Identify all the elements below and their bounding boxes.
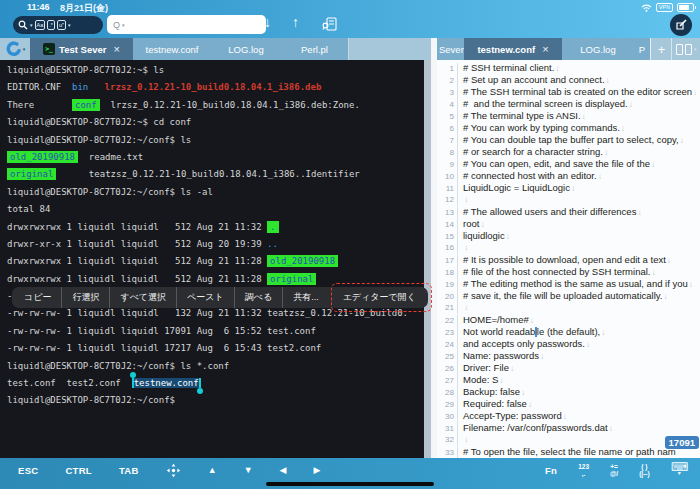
keyboard-accessory-bar: ESC CTRL TAB ▲ ▼ ◀ ▶ Fn 123 ,. += @/ — [0, 458, 700, 489]
tab-perl-pl[interactable]: Perl.pl — [281, 38, 349, 60]
editor-line[interactable]: 12↓ — [437, 194, 700, 206]
editor-line[interactable]: 29Required: false↓ — [437, 398, 700, 410]
editor-line[interactable]: 33# To open the file, select the file na… — [437, 446, 700, 458]
editor-line[interactable]: 25Name: passwords↓ — [437, 350, 700, 362]
terminal-scrollbar[interactable] — [424, 60, 431, 458]
terminal-text: liquidl@DESKTOP-8C7T0J2:~/conf$ — [7, 395, 175, 405]
context-menu-item[interactable]: 行選択 — [61, 287, 109, 308]
find-prev-button[interactable]: ↑ — [292, 14, 299, 30]
context-menu-item[interactable]: コピー — [14, 287, 61, 308]
app-menu-button[interactable]: ▾ — [0, 38, 30, 60]
newline-mark-icon: ↓ — [464, 242, 468, 254]
tab-close-icon[interactable]: × — [542, 43, 548, 55]
dpad-icon[interactable] — [166, 463, 181, 478]
arrow-left-key[interactable]: ◀ — [280, 465, 287, 475]
editor-line[interactable]: 31Filename: /var/conf/passwords.dat↓ — [437, 422, 700, 434]
editor-line[interactable]: 13# The allowed users and their differen… — [437, 206, 700, 218]
tab-testnew-conf-left[interactable]: testnew.conf — [133, 38, 212, 60]
editor-line[interactable]: 7# You can double tap the buffer part to… — [437, 134, 700, 146]
editor-line[interactable]: 22HOME=/home#↓ — [437, 314, 700, 326]
editor-line[interactable]: 10# connected host with an editor.↓ — [437, 170, 700, 182]
brackets-key[interactable]: ( ) (|--) — [639, 463, 649, 477]
editor-line[interactable]: 20# save it, the file will be uploaded a… — [437, 290, 700, 302]
key-group-right: Fn 123 ,. += @/ ( ) (|--) ⌨ ▾ — [545, 458, 688, 482]
editor-line[interactable]: 9# You can open, edit, and save the file… — [437, 158, 700, 170]
editor-pane[interactable]: 1# SSH terminal client.↓2# Set up an acc… — [437, 60, 700, 458]
new-tab-button[interactable]: + — [650, 38, 672, 60]
context-menu-item[interactable]: エディターで開く — [333, 287, 426, 308]
find-in-document-icon[interactable] — [322, 17, 337, 31]
tab-key[interactable]: TAB — [119, 465, 139, 476]
ctrl-key[interactable]: CTRL — [65, 465, 92, 476]
find-next-button[interactable]: ↓ — [264, 14, 271, 30]
editor-line[interactable]: 26Driver: File↓ — [437, 362, 700, 374]
editor-line-text: Driver: File — [463, 362, 509, 374]
editor-line[interactable]: 8# or search for a character string.↓ — [437, 146, 700, 158]
editor-line-text: # The SSH terminal tab is created on the… — [463, 86, 692, 98]
tab-close-icon[interactable]: × — [113, 43, 119, 55]
editor-line[interactable]: 15liquidlogic↓ — [437, 230, 700, 242]
editor-line[interactable]: 2# Set up an account and connect.↓ — [437, 74, 700, 86]
arrow-up-key[interactable]: ▲ — [208, 465, 217, 475]
regex-button[interactable]: .* — [47, 20, 55, 30]
editor-line[interactable]: 27Mode: S↓ — [437, 374, 700, 386]
numbers-key-top: 123 — [578, 463, 589, 470]
editor-line[interactable]: 16↓ — [437, 242, 700, 254]
context-menu-item[interactable]: ペースト — [176, 287, 234, 308]
editor-line[interactable]: 21↓ — [437, 302, 700, 314]
arrow-right-key[interactable]: ▶ — [313, 465, 320, 475]
editor-line[interactable]: 17# It is possible to download, open and… — [437, 254, 700, 266]
tab-partial[interactable]: P — [634, 38, 651, 60]
editor-line-number: 12 — [437, 194, 458, 206]
editor-line-number: 27 — [437, 375, 458, 387]
editor-line[interactable]: 32↓ — [437, 434, 700, 446]
tab-log-log-left[interactable]: LOG.log — [211, 38, 282, 60]
fn-key[interactable]: Fn — [545, 465, 557, 476]
tab-log-log-right[interactable]: LOG.log — [562, 38, 635, 60]
editor-line-number: 25 — [437, 351, 458, 363]
search-menu-caret-icon[interactable]: ▾ — [30, 22, 33, 28]
terminal-selection[interactable]: testnew.conf — [132, 378, 201, 388]
symbols-key[interactable]: += @/ — [610, 463, 618, 477]
editor-line[interactable]: 14root↓ — [437, 218, 700, 230]
split-view-button[interactable]: ▾ — [671, 38, 700, 60]
editor-line[interactable]: 3# The SSH terminal tab is created on th… — [437, 86, 700, 98]
wifi-icon — [641, 4, 652, 12]
word-button[interactable]: u" — [57, 20, 66, 30]
tab-sever-right[interactable]: Sever — [437, 38, 467, 60]
editor-line-number: 13 — [437, 207, 458, 219]
home-indicator[interactable] — [266, 482, 434, 486]
editor-line[interactable]: 28Backup: false↓ — [437, 386, 700, 398]
context-menu-item[interactable]: 共有... — [282, 287, 329, 308]
dismiss-keyboard-button[interactable]: ⌨ ▾ — [671, 463, 688, 477]
match-case-button[interactable]: Aa — [35, 20, 46, 30]
editor-line-text: # and the terminal screen is displayed. — [463, 98, 628, 110]
editor-line[interactable]: 19# The editing method is the same as us… — [437, 278, 700, 290]
search-input[interactable]: Q ▾ — [107, 15, 266, 34]
tab-test-sever[interactable]: >_ Test Sever × — [30, 38, 133, 60]
terminal-pane[interactable]: liquidl@DESKTOP-8C7T0J2:~$ lsEDITOR.CNF … — [0, 60, 424, 458]
options-caret-icon[interactable]: ▾ — [68, 22, 71, 28]
editor-line[interactable]: 30Accept-Type: password↓ — [437, 410, 700, 422]
symbols-key-top: += — [610, 463, 618, 470]
newline-mark-icon: ↓ — [667, 255, 671, 267]
editor-line-text: # It is possible to download, open and e… — [463, 254, 666, 266]
compose-button[interactable] — [670, 14, 692, 36]
arrow-down-key[interactable]: ▼ — [244, 465, 253, 475]
editor-line[interactable]: 24and accepts only passwords.↓ — [437, 338, 700, 350]
editor-line[interactable]: 18# file of the host connected by SSH te… — [437, 266, 700, 278]
tab-testnew-conf-right[interactable]: testnew.conf × — [464, 38, 562, 60]
editor-line[interactable]: 11LiquidLogic = LiquidLogic↓ — [437, 182, 700, 194]
numbers-key[interactable]: 123 ,. — [578, 463, 589, 477]
context-menu-item[interactable]: すべて選択 — [109, 287, 176, 308]
editor-line[interactable]: 5# The terminal type is ANSI.↓ — [437, 110, 700, 122]
find-options-group[interactable]: ▾ Aa .* u" ▾ — [13, 16, 103, 34]
terminal-line: drwxr-xr-x 1 liquidl liquidl 512 Aug 20 … — [0, 236, 424, 253]
editor-line[interactable]: 23Not world readable (the default),↓ — [437, 326, 700, 338]
editor-line[interactable]: 6# You can work by typing commands.↓ — [437, 122, 700, 134]
editor-line[interactable]: 4# and the terminal screen is displayed.… — [437, 98, 700, 110]
context-menu-item[interactable]: 調べる — [234, 287, 282, 308]
esc-key[interactable]: ESC — [18, 465, 38, 476]
editor-line-number: 18 — [437, 267, 458, 279]
editor-line[interactable]: 1# SSH terminal client.↓ — [437, 62, 700, 74]
